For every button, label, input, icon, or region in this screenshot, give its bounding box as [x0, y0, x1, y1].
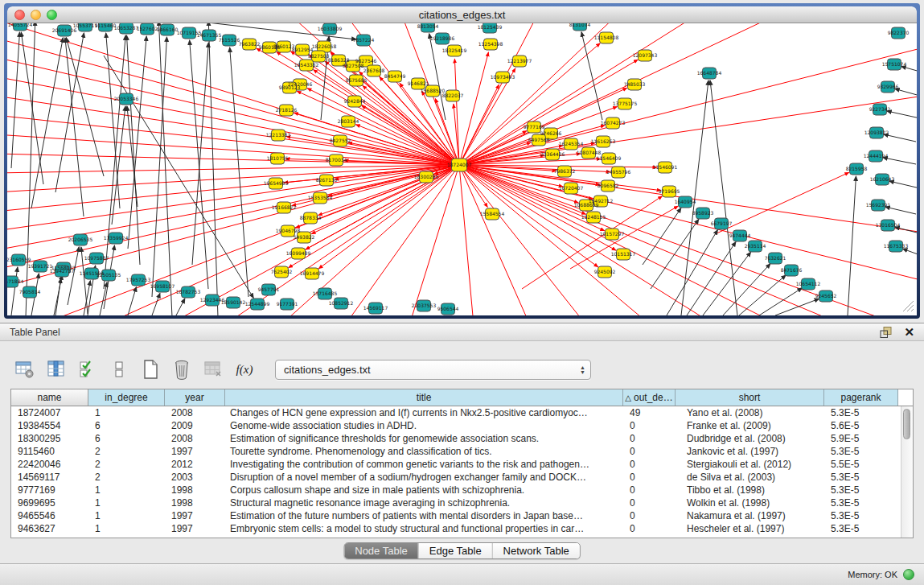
svg-text:20364436: 20364436 — [540, 151, 565, 157]
scrollbar-thumb[interactable] — [903, 409, 910, 439]
tab-network-table[interactable]: Network Table — [492, 543, 580, 558]
table-cell: 2009 — [165, 419, 225, 432]
table-cell: 9463627 — [11, 522, 88, 535]
float-panel-icon[interactable] — [879, 326, 893, 339]
table-cell: 1 — [88, 406, 165, 419]
svg-text:11616263: 11616263 — [591, 138, 616, 144]
vertical-scrollbar[interactable] — [901, 406, 913, 538]
column-header-short[interactable]: short — [676, 389, 824, 406]
table-cell: Jankovic et al. (1997) — [676, 445, 824, 458]
svg-text:9777169: 9777169 — [524, 124, 545, 130]
hide-rows-icon[interactable] — [107, 357, 131, 381]
svg-text:18226058: 18226058 — [312, 43, 337, 49]
svg-text:10807448: 10807448 — [577, 150, 602, 155]
table-selector-dropdown[interactable]: citations_edges.txt ▲▼ — [275, 360, 591, 380]
minimize-window-button[interactable] — [31, 10, 41, 20]
svg-text:7515526: 7515526 — [219, 37, 240, 43]
table-row[interactable]: 1830029562008Estimation of significance … — [11, 432, 913, 445]
network-view[interactable]: 1405572420691406105537119115460106532871… — [7, 23, 917, 315]
delete-column-icon[interactable] — [170, 357, 194, 381]
svg-text:9474444: 9474444 — [729, 233, 751, 238]
resize-grip-icon[interactable] — [903, 301, 914, 311]
show-columns-icon[interactable] — [44, 357, 68, 381]
table-row[interactable]: 946554611997Estimation of the future num… — [11, 509, 913, 522]
table-cell: 0 — [623, 445, 676, 458]
table-cell: Wolkin et al. (1998) — [676, 496, 824, 509]
table-cell: 5.3E-5 — [824, 509, 898, 522]
table-row[interactable]: 2242004622012Investigating the contribut… — [11, 458, 913, 471]
svg-text:2803144: 2803144 — [338, 118, 359, 124]
delete-table-icon — [201, 357, 225, 381]
svg-text:6679197: 6679197 — [711, 220, 733, 226]
window-title: citations_edges.txt — [7, 6, 917, 23]
table-row[interactable]: 911546021997Tourette syndrome. Phenomeno… — [11, 445, 913, 458]
close-panel-icon[interactable]: ✕ — [904, 327, 914, 338]
svg-text:15248155: 15248155 — [581, 214, 606, 220]
table-row[interactable]: 977716911998Corpus callosum shape and si… — [11, 484, 913, 496]
svg-text:8427552: 8427552 — [330, 138, 351, 143]
table-panel-title: Table Panel — [10, 327, 60, 338]
network-window-titlebar[interactable]: citations_edges.txt — [7, 6, 917, 23]
table-cell: Investigating the contribution of common… — [225, 458, 623, 471]
table-row[interactable]: 969969511998Structural magnetic resonanc… — [11, 496, 913, 509]
table-row[interactable]: 1456911722003Disruption of a novel membe… — [11, 471, 913, 484]
column-header-name[interactable]: name — [11, 389, 88, 406]
close-window-button[interactable] — [14, 10, 25, 20]
svg-text:11154808: 11154808 — [594, 35, 619, 40]
table-cell: 5.6E-5 — [824, 419, 898, 432]
column-header-out_de[interactable]: △out_de… — [623, 389, 676, 406]
table-row[interactable]: 1872400712008Changes of HCN gene express… — [11, 406, 913, 419]
svg-text:18590142: 18590142 — [221, 299, 246, 305]
svg-text:7986372: 7986372 — [554, 168, 576, 174]
table-cell: 1998 — [165, 496, 225, 509]
svg-text:19218986: 19218986 — [430, 35, 455, 41]
svg-text:15492712: 15492712 — [589, 198, 614, 204]
column-header-title[interactable]: title — [225, 389, 623, 406]
table-row[interactable]: 1938455462009Genome-wide association stu… — [11, 419, 913, 432]
svg-text:16245354: 16245354 — [559, 141, 584, 146]
table-cell: 0 — [623, 458, 676, 471]
svg-text:17957253: 17957253 — [126, 277, 151, 282]
svg-text:15716485: 15716485 — [313, 290, 338, 296]
tab-edge-table[interactable]: Edge Table — [418, 543, 492, 558]
svg-text:1640954: 1640954 — [675, 199, 696, 204]
svg-text:16210643: 16210643 — [870, 176, 895, 182]
memory-status-label: Memory: OK — [848, 570, 897, 579]
table-type-tabs: Node Table Edge Table Network Table — [343, 542, 581, 559]
table-body: 1872400712008Changes of HCN gene express… — [11, 406, 913, 538]
table-cell: 1 — [88, 509, 165, 522]
column-header-pagerank[interactable]: pagerank — [824, 389, 898, 406]
function-builder-icon[interactable]: f(x) — [232, 357, 257, 381]
table-cell: 5.3E-5 — [824, 406, 898, 419]
table-row[interactable]: 946362711997Embryonic stem cells: a mode… — [11, 522, 913, 535]
column-header-year[interactable]: year — [165, 389, 225, 406]
svg-text:9719695: 9719695 — [659, 188, 680, 194]
table-cell: 5.5E-5 — [824, 458, 898, 471]
table-cell: 5.9E-5 — [824, 432, 898, 445]
table-cell: 9465546 — [11, 509, 88, 522]
tab-node-table[interactable]: Node Table — [344, 543, 418, 558]
table-cell: 14569117 — [11, 471, 88, 484]
select-rows-icon[interactable] — [76, 357, 100, 381]
svg-text:9506544: 9506544 — [437, 306, 459, 311]
svg-text:2935114: 2935114 — [745, 243, 766, 249]
table-cell: 1 — [88, 484, 165, 496]
table-cell: 0 — [623, 471, 676, 484]
table-cell: 2 — [88, 445, 165, 458]
zoom-window-button[interactable] — [47, 10, 57, 20]
column-header-in_degree[interactable]: in_degree — [88, 389, 165, 406]
svg-text:9242844: 9242844 — [344, 98, 366, 104]
svg-text:10157297: 10157297 — [600, 231, 625, 237]
svg-text:20206535: 20206535 — [68, 237, 93, 242]
memory-ok-icon[interactable] — [903, 569, 914, 580]
table-options-icon[interactable] — [13, 357, 37, 381]
svg-text:17016504: 17016504 — [876, 222, 901, 228]
table-cell: 2012 — [165, 458, 225, 471]
svg-text:8471676: 8471676 — [781, 267, 803, 273]
svg-text:23160559: 23160559 — [7, 257, 31, 262]
svg-text:9827508: 9827508 — [343, 63, 364, 68]
table-cell: Structural magnetic resonance image aver… — [225, 496, 623, 509]
network-canvas[interactable]: 1405572420691406105537119115460106532871… — [7, 23, 917, 315]
new-column-icon[interactable] — [138, 357, 162, 381]
svg-text:12213977: 12213977 — [507, 58, 532, 64]
